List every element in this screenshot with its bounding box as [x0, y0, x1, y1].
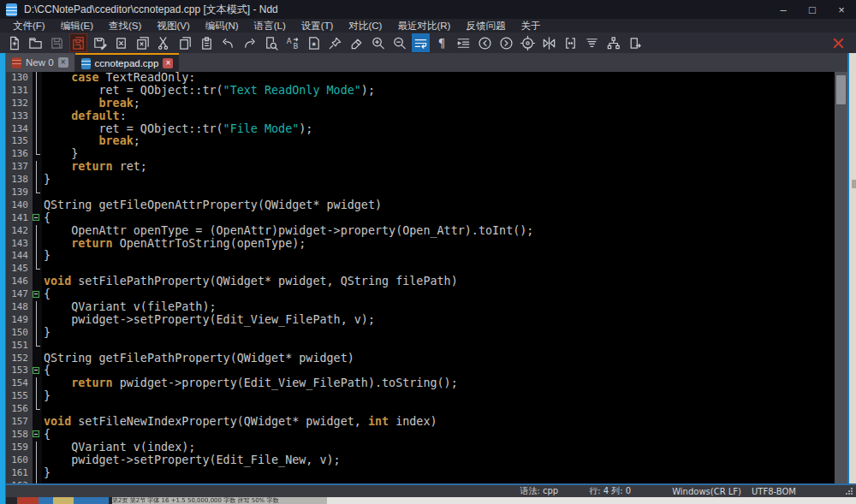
- code-area[interactable]: case TextReadOnly: ret = QObject::tr("Te…: [42, 72, 835, 483]
- save-as-button[interactable]: [91, 33, 109, 52]
- code-editor[interactable]: 1301311321331341351361371381391401411421…: [6, 72, 847, 483]
- new-file-button[interactable]: [5, 33, 23, 52]
- code-line[interactable]: [44, 340, 835, 353]
- copy-button[interactable]: [176, 33, 194, 52]
- line-number[interactable]: 133: [6, 110, 33, 123]
- code-line[interactable]: return ret;: [44, 161, 835, 174]
- line-number[interactable]: 132: [6, 98, 33, 110]
- nav-back-button[interactable]: [476, 33, 494, 52]
- menu-item[interactable]: 对比(C): [341, 19, 389, 33]
- maximize-button[interactable]: □: [798, 0, 827, 19]
- close-file-button[interactable]: [112, 33, 130, 52]
- undo-button[interactable]: [219, 33, 237, 52]
- line-number[interactable]: 161: [6, 467, 33, 480]
- code-line[interactable]: QVariant v(filePath);: [44, 301, 835, 314]
- code-line[interactable]: [44, 403, 835, 416]
- menu-item[interactable]: 文件(F): [5, 19, 53, 33]
- save-file-button[interactable]: [48, 33, 66, 52]
- menu-item[interactable]: 视图(V): [149, 19, 197, 33]
- line-number[interactable]: 153: [6, 365, 33, 377]
- resize-grip-icon[interactable]: [846, 488, 853, 495]
- scrollbar-thumb[interactable]: [836, 75, 846, 104]
- code-line[interactable]: void setFileNewIndexProperty(QWidget* pw…: [44, 416, 835, 429]
- line-number[interactable]: 146: [6, 276, 33, 288]
- line-number[interactable]: 152: [6, 353, 33, 365]
- open-file-button[interactable]: [27, 33, 45, 52]
- code-line[interactable]: }: [44, 327, 835, 340]
- line-number[interactable]: 141: [6, 212, 33, 225]
- code-line[interactable]: }: [44, 250, 835, 263]
- close-all-button[interactable]: [134, 33, 152, 52]
- code-line[interactable]: }: [44, 467, 835, 480]
- line-number[interactable]: 151: [6, 340, 33, 353]
- minimize-button[interactable]: –: [769, 0, 798, 19]
- replace-button[interactable]: AB: [283, 33, 301, 52]
- code-line[interactable]: OpenAttr openType = (OpenAttr)pwidget->p…: [44, 225, 835, 238]
- code-line[interactable]: {: [44, 288, 835, 301]
- line-number[interactable]: 140: [6, 199, 33, 212]
- code-line[interactable]: [44, 187, 835, 199]
- code-line[interactable]: ret = QObject::tr("Text ReadOnly Mode");: [44, 85, 835, 98]
- code-line[interactable]: default:: [44, 110, 835, 123]
- line-number[interactable]: 144: [6, 250, 33, 263]
- filter-button[interactable]: [583, 33, 601, 52]
- menu-item[interactable]: 语言(L): [247, 19, 294, 33]
- vertical-scrollbar[interactable]: [835, 72, 847, 483]
- code-line[interactable]: [44, 263, 835, 276]
- cut-button[interactable]: [155, 33, 173, 52]
- find-button[interactable]: [262, 33, 280, 52]
- menu-item[interactable]: 反馈问题: [458, 19, 513, 33]
- code-line[interactable]: return pwidget->property(Edit_View_FileP…: [44, 377, 835, 390]
- nav-forward-button[interactable]: [497, 33, 515, 52]
- code-line[interactable]: void setFilePathProperty(QWidget* pwidge…: [44, 276, 835, 288]
- fold-toggle-icon[interactable]: [33, 365, 42, 377]
- indent-guide-button[interactable]: [455, 33, 473, 52]
- doc-convert-button[interactable]: [626, 33, 644, 52]
- line-number[interactable]: 143: [6, 238, 33, 251]
- fold-toggle-icon[interactable]: [33, 429, 42, 442]
- line-number[interactable]: 142: [6, 225, 33, 238]
- line-number[interactable]: 158: [6, 429, 33, 442]
- line-number[interactable]: 135: [6, 135, 33, 148]
- line-number[interactable]: 139: [6, 187, 33, 199]
- line-number[interactable]: 156: [6, 403, 33, 416]
- line-number[interactable]: 134: [6, 123, 33, 136]
- redo-button[interactable]: [241, 33, 259, 52]
- function-tree-button[interactable]: [604, 33, 622, 52]
- tab-close-icon[interactable]: ×: [163, 58, 173, 68]
- menu-item[interactable]: 编辑(E): [53, 19, 101, 33]
- code-line[interactable]: {: [44, 212, 835, 225]
- code-line[interactable]: QString getFilePathProperty(QWidget* pwi…: [44, 353, 835, 365]
- brackets-button[interactable]: [562, 33, 580, 52]
- menu-item[interactable]: 编码(N): [198, 19, 247, 33]
- line-number[interactable]: 131: [6, 85, 33, 98]
- line-number[interactable]: 136: [6, 148, 33, 161]
- line-number[interactable]: 160: [6, 454, 33, 467]
- show-symbols-button[interactable]: ¶: [433, 33, 451, 52]
- code-line[interactable]: }: [44, 390, 835, 403]
- code-line[interactable]: return OpenAttrToString(openType);: [44, 238, 835, 251]
- line-number[interactable]: 130: [6, 72, 33, 85]
- close-window-red-button[interactable]: [829, 33, 847, 52]
- code-line[interactable]: case TextReadOnly:: [44, 72, 835, 85]
- tab-new-0[interactable]: New 0 ×: [6, 53, 75, 72]
- line-number[interactable]: 138: [6, 174, 33, 187]
- code-line[interactable]: }: [44, 174, 835, 187]
- line-number[interactable]: 149: [6, 314, 33, 327]
- zoom-in-button[interactable]: [369, 33, 387, 52]
- compare-button[interactable]: [540, 33, 558, 52]
- line-number[interactable]: 154: [6, 377, 33, 390]
- locate-button[interactable]: [519, 33, 537, 52]
- save-all-button[interactable]: [69, 33, 87, 52]
- line-number[interactable]: 159: [6, 442, 33, 454]
- close-button[interactable]: ×: [827, 0, 856, 19]
- tab-ccnotepad-cpp[interactable]: ccnotepad.cpp ×: [75, 53, 180, 72]
- zoom-out-button[interactable]: [390, 33, 408, 52]
- code-line[interactable]: QVariant v(index);: [44, 442, 835, 454]
- tab-close-icon[interactable]: ×: [58, 57, 68, 68]
- code-line[interactable]: pwidget->setProperty(Edit_View_FilePath,…: [44, 314, 835, 327]
- menu-item[interactable]: 查找(S): [101, 19, 149, 33]
- code-line[interactable]: {: [44, 365, 835, 377]
- bookmark-button[interactable]: ★: [305, 33, 323, 52]
- code-line[interactable]: pwidget->setProperty(Edit_File_New, v);: [44, 454, 835, 467]
